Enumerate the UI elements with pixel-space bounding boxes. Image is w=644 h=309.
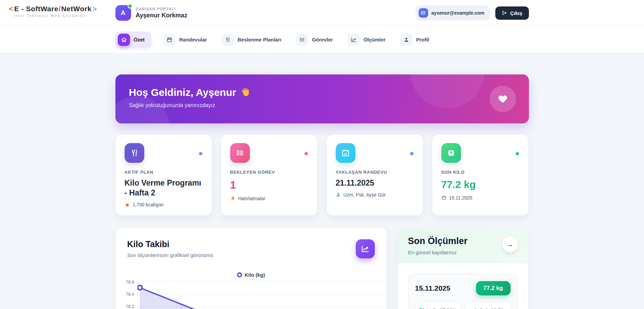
stat-value: 1 (230, 178, 308, 192)
weight-chart-card: Kilo Takibi Son ölçümlerinizin grafiksel… (115, 227, 387, 309)
email-chip: aysenur@example.com (416, 5, 490, 20)
measurement-date: 15.11.2025 (415, 284, 450, 292)
logo-bracket-open: < (9, 5, 13, 13)
status-dot (305, 152, 308, 155)
chart-subtitle: Son ölçümlerinizin grafiksel görünümü (127, 252, 213, 258)
checklist-icon (230, 143, 250, 163)
stat-card-son-kilo: SON KİLO 77.2 kg 15.11.2025 (432, 135, 529, 216)
tab-label: Ölçümler (364, 37, 386, 42)
envelope-icon (419, 8, 428, 18)
tab-label: Randevular (179, 37, 207, 42)
stat-label: SON KİLO (441, 170, 519, 175)
tab-label: Profil (416, 37, 429, 42)
logo-name-2: NetWork (61, 5, 91, 13)
logout-label: Çıkış (510, 10, 522, 16)
stat-card-bekleyen-gorev: BEKLEYEN GÖREV 1 Hatırlatmalar (221, 135, 317, 216)
stat-value: Kilo Verme Programı - Hafta 2 (125, 178, 203, 198)
welcome-title: Hoş Geldiniz, Ayşenur (129, 87, 236, 98)
ruler-icon (472, 307, 477, 309)
arrow-right-icon: → (507, 241, 513, 248)
tab-label: Görevler (312, 37, 333, 42)
fat-label: Yağ: (427, 307, 437, 309)
y-tick: 78,4 (126, 292, 134, 297)
brand-tagline: ileri Teknoloji Web Çözümleri (9, 14, 97, 18)
checklist-icon (296, 34, 308, 46)
stat-footer-text: 15.11.2025 (449, 195, 473, 201)
logout-icon (502, 10, 507, 16)
tab-label: Beslenme Planları (238, 37, 281, 42)
stat-label: YAKLAŞAN RANDEVU (336, 170, 414, 175)
percent-icon (419, 307, 425, 309)
tab-ozet[interactable]: Özet (115, 32, 152, 48)
calendar-icon (163, 34, 176, 46)
welcome-banner: Hoş Geldiniz, Ayşenur Sağlık yolculuğunu… (115, 74, 529, 123)
view-all-measurements-button[interactable]: → (502, 237, 518, 252)
stat-card-aktif-plan: AKTİF PLAN Kilo Verme Programı - Hafta 2… (115, 135, 212, 216)
measurement-entry: 15.11.2025 77.2 kg Yağ: 27.80% (408, 273, 518, 309)
logo-bracket-close: > (93, 5, 97, 13)
measurements-title: Son Ölçümler (408, 236, 518, 246)
logout-button[interactable]: Çıkış (495, 6, 529, 20)
chart-legend: Kilo (kg) (116, 272, 386, 278)
wave-hand-icon (240, 87, 251, 98)
stat-label: BEKLEYEN GÖREV (230, 170, 308, 175)
stat-cards-row: AKTİF PLAN Kilo Verme Programı - Hafta 2… (115, 135, 529, 216)
calendar-check-icon (336, 143, 355, 163)
stat-card-yaklasan-randevu: YAKLAŞAN RANDEVU 21.11.2025 Uzm. Psk. Ay… (327, 135, 423, 216)
chart-line-icon (356, 239, 375, 258)
tab-gorevler[interactable]: Görevler (293, 32, 336, 48)
portal-label: DANIŞAN PORTALI (136, 7, 187, 11)
stat-value: 21.11.2025 (336, 178, 414, 188)
user-meta: DANIŞAN PORTALI Ayşenur Korkmaz (136, 7, 187, 19)
avatar: A (115, 5, 131, 21)
legend-marker-icon (237, 272, 242, 277)
logo-name-1: E - SoftWare (14, 5, 58, 13)
fat-value: 27.80% (440, 307, 457, 309)
heart-icon (490, 86, 516, 112)
tab-beslenme-planlari[interactable]: Beslenme Planları (219, 32, 284, 48)
legend-label: Kilo (kg) (245, 272, 265, 278)
banner-decor-circle (115, 96, 170, 123)
weight-badge: 77.2 kg (476, 281, 511, 295)
measurements-subtitle: En güncel kayıtlarınız (408, 250, 518, 255)
waist-value: 90.50 (491, 307, 504, 309)
stat-value: 77.2 kg (441, 178, 519, 191)
status-dot (516, 152, 519, 155)
header: <E - SoftWare/NetWork> ileri Teknoloji W… (0, 0, 644, 26)
stat-label: AKTİF PLAN (125, 170, 203, 175)
tab-label: Özet (134, 37, 145, 42)
stat-footer-text: 1,750 kcal/gün (133, 202, 164, 207)
chart-title: Kilo Takibi (127, 239, 213, 249)
chart-plot-area (137, 282, 382, 309)
waist-measurement: Bel: 90.50 (465, 302, 511, 309)
tab-olcumler[interactable]: Ölçümler (345, 32, 388, 48)
utensils-icon (222, 34, 234, 46)
bell-icon (230, 196, 236, 201)
calendar-icon (441, 195, 446, 200)
stat-footer-text: Uzm. Psk. Ayşe Gür (344, 192, 386, 198)
status-dot (410, 152, 413, 155)
y-tick: 78,6 (126, 279, 134, 285)
fat-measurement: Yağ: 27.80% (415, 302, 461, 309)
flame-icon (125, 202, 130, 207)
stat-footer-text: Hatırlatmalar (238, 196, 265, 201)
tab-profil[interactable]: Profil (398, 32, 432, 48)
scale-icon (441, 143, 461, 163)
main-nav: Özet Randevular Beslenme Planları (0, 26, 644, 53)
data-point-78-5 (137, 286, 142, 290)
online-status-dot (128, 4, 132, 8)
user-name: Ayşenur Korkmaz (136, 12, 187, 19)
home-icon (118, 34, 130, 46)
logo-slash: / (58, 5, 61, 13)
user-icon (400, 34, 412, 46)
recent-measurements-panel: Son Ölçümler En güncel kayıtlarınız → 15… (398, 227, 528, 309)
user-email: aysenur@example.com (431, 10, 484, 16)
tab-randevular[interactable]: Randevular (161, 32, 210, 48)
utensils-icon (125, 143, 144, 163)
weight-line-chart: 78,6 78,4 78,2 (120, 282, 382, 309)
brand-logo: <E - SoftWare/NetWork> ileri Teknoloji W… (9, 5, 97, 18)
waist-label: Bel: (480, 307, 489, 309)
user-icon (336, 192, 341, 197)
status-dot (199, 152, 202, 155)
chart-line-icon (348, 34, 360, 46)
